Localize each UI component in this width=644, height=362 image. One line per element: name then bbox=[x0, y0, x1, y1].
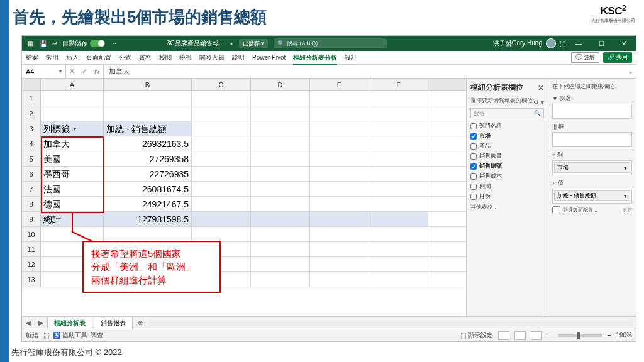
field-checkbox[interactable]: 利潤 bbox=[470, 182, 544, 190]
cell[interactable] bbox=[251, 121, 310, 136]
cell[interactable] bbox=[369, 167, 428, 181]
zoom-label[interactable]: 190% bbox=[616, 332, 632, 339]
cell[interactable] bbox=[310, 242, 369, 256]
cell[interactable] bbox=[369, 212, 428, 226]
col-header-a[interactable]: A bbox=[41, 79, 104, 90]
cell[interactable] bbox=[310, 257, 369, 272]
row-header[interactable]: 7 bbox=[22, 182, 41, 196]
cell[interactable]: 墨西哥 bbox=[41, 167, 104, 181]
cell[interactable] bbox=[251, 182, 310, 196]
cell[interactable] bbox=[369, 272, 428, 287]
cell[interactable] bbox=[251, 257, 310, 272]
cell[interactable]: 26081674.5 bbox=[104, 182, 192, 196]
cell[interactable] bbox=[192, 121, 251, 136]
cell[interactable] bbox=[192, 106, 251, 121]
cell[interactable] bbox=[192, 91, 251, 106]
cell[interactable] bbox=[369, 227, 428, 241]
cell[interactable]: 法國 bbox=[41, 182, 104, 196]
cell[interactable]: 列標籤▾ bbox=[41, 121, 104, 136]
col-header-d[interactable]: D bbox=[251, 79, 310, 90]
cell[interactable] bbox=[310, 182, 369, 196]
field-checkbox[interactable]: 部門名稱 bbox=[470, 122, 544, 130]
zoom-in-button[interactable]: + bbox=[608, 332, 611, 339]
field-checkbox[interactable]: 銷售成本 bbox=[470, 172, 544, 180]
col-header-e[interactable]: E bbox=[310, 79, 369, 90]
cell[interactable] bbox=[41, 106, 104, 121]
minimize-button[interactable]: — bbox=[569, 36, 588, 51]
cell[interactable] bbox=[310, 121, 369, 136]
cell[interactable] bbox=[369, 242, 428, 256]
cell[interactable] bbox=[104, 91, 192, 106]
row-header[interactable]: 13 bbox=[22, 272, 41, 287]
close-button[interactable]: ✕ bbox=[614, 36, 633, 51]
cell[interactable]: 總計 bbox=[41, 212, 104, 226]
row-header[interactable]: 6 bbox=[22, 167, 41, 181]
cell[interactable] bbox=[41, 91, 104, 106]
sheet-nav-prev[interactable]: ◀ bbox=[22, 319, 35, 326]
row-header[interactable]: 11 bbox=[22, 242, 41, 256]
cell[interactable] bbox=[251, 91, 310, 106]
select-all-corner[interactable] bbox=[22, 79, 41, 90]
display-settings[interactable]: ⬚ 顯示設定 bbox=[460, 331, 493, 340]
row-header[interactable]: 10 bbox=[22, 227, 41, 241]
cell[interactable]: 24921467.5 bbox=[104, 197, 192, 211]
cell[interactable] bbox=[251, 136, 310, 151]
cell[interactable]: 22726935 bbox=[104, 167, 192, 181]
cell[interactable] bbox=[251, 212, 310, 226]
avatar[interactable] bbox=[546, 38, 556, 48]
tab-powerpivot[interactable]: Power Pivot bbox=[252, 54, 286, 61]
tab-insert[interactable]: 插入 bbox=[66, 53, 79, 62]
tab-layout[interactable]: 頁面配置 bbox=[86, 53, 111, 62]
zoom-out-button[interactable]: — bbox=[547, 332, 553, 339]
view-normal-icon[interactable] bbox=[498, 331, 509, 340]
cell[interactable] bbox=[310, 212, 369, 226]
cell[interactable] bbox=[192, 227, 251, 241]
view-break-icon[interactable] bbox=[531, 331, 542, 340]
defer-layout-checkbox[interactable]: 延遲版面配置... 更新 bbox=[552, 206, 632, 214]
horizontal-scrollbar[interactable] bbox=[149, 320, 633, 326]
close-panel-icon[interactable]: ✕ bbox=[538, 84, 544, 92]
cell[interactable] bbox=[369, 136, 428, 151]
row-header[interactable]: 9 bbox=[22, 212, 41, 226]
cell[interactable] bbox=[104, 227, 192, 241]
cell[interactable]: 美國 bbox=[41, 151, 104, 166]
cell[interactable] bbox=[310, 272, 369, 287]
expand-icon[interactable]: ⌄ bbox=[625, 67, 636, 75]
cell[interactable]: 加拿大 bbox=[41, 136, 104, 151]
comment-button[interactable]: 💬 註解 bbox=[571, 52, 600, 63]
cell[interactable] bbox=[369, 197, 428, 211]
cell[interactable] bbox=[251, 272, 310, 287]
save-icon[interactable]: 💾 bbox=[40, 40, 47, 47]
cell[interactable] bbox=[192, 197, 251, 211]
cell[interactable] bbox=[369, 91, 428, 106]
tab-design[interactable]: 設計 bbox=[345, 53, 357, 62]
maximize-button[interactable]: ☐ bbox=[592, 36, 611, 51]
tab-formulas[interactable]: 公式 bbox=[119, 53, 131, 62]
cell[interactable] bbox=[369, 257, 428, 272]
other-tables-link[interactable]: 其他表格... bbox=[470, 203, 544, 211]
field-checkbox[interactable]: 銷售總額 bbox=[470, 162, 544, 170]
zoom-slider[interactable] bbox=[558, 334, 602, 337]
view-page-icon[interactable] bbox=[514, 331, 526, 340]
tab-file[interactable]: 檔案 bbox=[26, 53, 38, 62]
accessibility-status[interactable]: ♿ 協助工具: 調查 bbox=[53, 332, 103, 339]
cell[interactable] bbox=[310, 106, 369, 121]
cell[interactable] bbox=[192, 151, 251, 166]
cell[interactable]: 德國 bbox=[41, 197, 104, 211]
cancel-icon[interactable]: ✕ bbox=[69, 67, 75, 75]
fx-icon[interactable]: fx bbox=[94, 68, 100, 75]
cell[interactable] bbox=[310, 91, 369, 106]
row-header[interactable]: 3 bbox=[22, 121, 41, 136]
col-header-c[interactable]: C bbox=[192, 79, 251, 90]
row-header[interactable]: 5 bbox=[22, 151, 41, 166]
col-header-f[interactable]: F bbox=[369, 79, 428, 90]
filter-dropzone[interactable] bbox=[552, 104, 632, 119]
cell[interactable] bbox=[41, 227, 104, 241]
values-dropzone[interactable]: 加總 - 銷售總額▾ bbox=[552, 189, 632, 204]
new-sheet-button[interactable]: ⊕ bbox=[134, 319, 147, 326]
cell[interactable] bbox=[251, 167, 310, 181]
field-search-input[interactable]: 搜尋🔍 bbox=[470, 108, 544, 118]
row-header[interactable]: 4 bbox=[22, 136, 41, 151]
cell[interactable] bbox=[310, 197, 369, 211]
cell[interactable] bbox=[104, 106, 192, 121]
